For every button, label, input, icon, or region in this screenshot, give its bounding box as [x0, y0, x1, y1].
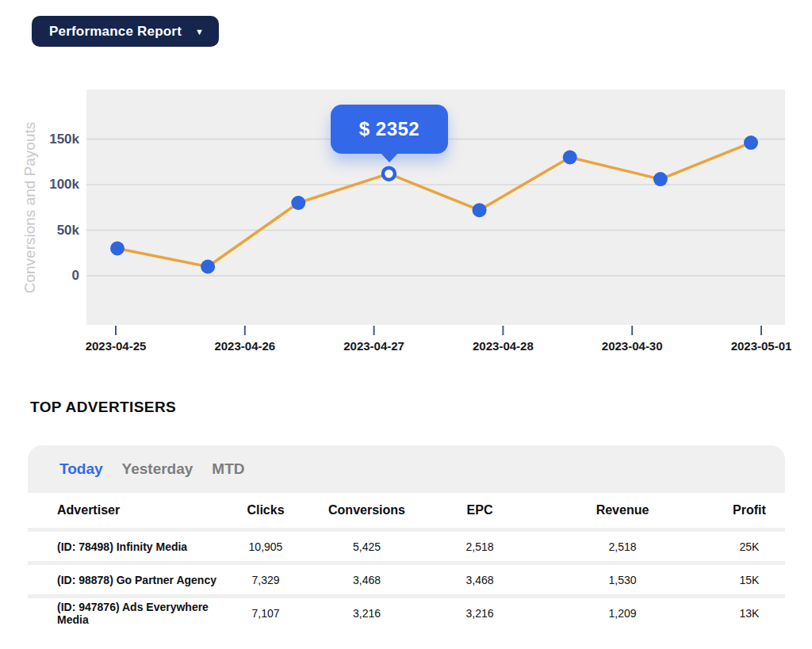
table-row: (ID: 78498) Infinity Media10,9055,4252,5… — [28, 528, 785, 561]
cell-profit: 13K — [714, 607, 785, 620]
y-axis-tick-label: 50k — [57, 223, 80, 238]
column-header-epc: EPC — [428, 503, 531, 517]
cell-clicks: 7,329 — [226, 574, 305, 586]
cell-profit: 25K — [714, 540, 785, 553]
cell-conversions: 5,425 — [305, 540, 428, 553]
y-axis-tick-label: 100k — [49, 177, 79, 192]
y-axis-title: Conversions and Payouts — [21, 122, 38, 294]
data-point[interactable] — [744, 136, 758, 150]
chart-tooltip: $ 2352 — [331, 105, 448, 154]
cell-clicks: 10,905 — [226, 540, 305, 553]
data-point-active[interactable] — [383, 168, 395, 180]
column-header-revenue: Revenue — [531, 503, 714, 517]
cell-revenue: 2,518 — [531, 540, 714, 553]
x-axis-label: 2023-04-27 — [343, 339, 404, 353]
conversions-payouts-line-chart: 150k100k50k0Conversions and Payouts2023-… — [0, 0, 812, 372]
column-header-profit: Profit — [714, 503, 785, 517]
data-point[interactable] — [291, 196, 305, 210]
column-header-clicks: Clicks — [226, 503, 305, 517]
column-header-advertiser: Advertiser — [28, 503, 226, 517]
table-row: (ID: 98878) Go Partner Agency7,3293,4683… — [28, 561, 785, 594]
performance-chart: 150k100k50k0Conversions and Payouts2023-… — [0, 0, 812, 372]
cell-conversions: 3,468 — [305, 574, 428, 586]
table-body: (ID: 78498) Infinity Media10,9055,4252,5… — [28, 528, 785, 628]
cell-epc: 3,468 — [428, 574, 531, 586]
table-row: (ID: 947876) Ads Everywhere Media7,1073,… — [28, 594, 785, 628]
y-axis-tick-label: 0 — [72, 268, 79, 283]
cell-conversions: 3,216 — [305, 607, 428, 620]
column-header-conversions: Conversions — [305, 503, 428, 517]
cell-clicks: 7,107 — [226, 607, 305, 620]
cell-epc: 3,216 — [428, 607, 531, 620]
x-axis-label: 2023-04-26 — [214, 339, 275, 353]
period-tabs: TodayYesterdayMTD — [28, 445, 785, 493]
cell-profit: 15K — [714, 574, 785, 586]
cell-advertiser: (ID: 98878) Go Partner Agency — [28, 574, 226, 586]
chart-tooltip-value: $ 2352 — [359, 118, 419, 140]
cell-revenue: 1,530 — [531, 574, 714, 586]
cell-revenue: 1,209 — [531, 607, 714, 620]
cell-advertiser: (ID: 947876) Ads Everywhere Media — [28, 601, 226, 626]
top-advertisers-heading: TOP ADVERTISERS — [30, 399, 176, 416]
top-advertisers-card: TodayYesterdayMTD AdvertiserClicksConver… — [28, 445, 785, 628]
tab-mtd[interactable]: MTD — [212, 460, 244, 478]
performance-dashboard: Performance Report ▼ 150k100k50k0Convers… — [0, 0, 812, 649]
x-axis-label: 2023-04-28 — [473, 339, 534, 353]
y-axis-tick-label: 150k — [49, 132, 79, 147]
data-point[interactable] — [110, 242, 124, 256]
data-point[interactable] — [473, 203, 487, 217]
tab-today[interactable]: Today — [59, 460, 103, 478]
data-point[interactable] — [201, 260, 215, 274]
x-axis-label: 2023-04-25 — [86, 339, 147, 353]
data-point[interactable] — [653, 172, 668, 186]
tab-yesterday[interactable]: Yesterday — [122, 460, 193, 478]
data-point[interactable] — [563, 151, 577, 165]
x-axis-label: 2023-04-30 — [602, 339, 663, 353]
x-axis-label: 2023-05-01 — [731, 339, 792, 353]
cell-epc: 2,518 — [428, 540, 531, 553]
table-header-row: AdvertiserClicksConversionsEPCRevenuePro… — [28, 493, 785, 528]
cell-advertiser: (ID: 78498) Infinity Media — [28, 540, 226, 553]
